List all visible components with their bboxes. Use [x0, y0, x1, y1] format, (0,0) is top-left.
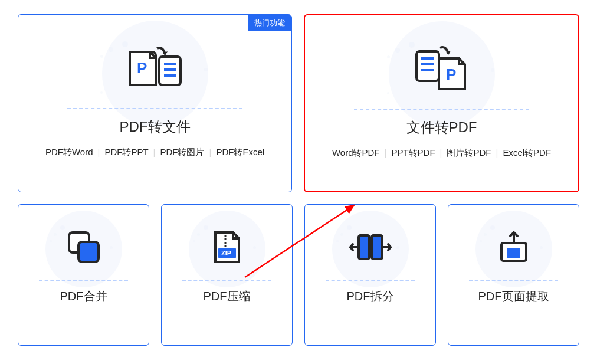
card-pdf-compress[interactable]: ZIP PDF压缩: [161, 204, 293, 346]
sub-link[interactable]: Word转PDF: [332, 147, 380, 159]
card-title: 文件转PDF: [406, 118, 477, 137]
sub-link[interactable]: PDF转Word: [45, 147, 93, 158]
card-title: PDF合并: [60, 288, 107, 304]
sub-link[interactable]: Excel转PDF: [503, 147, 551, 159]
card-title: PDF压缩: [204, 288, 251, 304]
svg-rect-19: [507, 248, 520, 258]
pdf-to-file-icon: P: [123, 32, 188, 103]
svg-text:ZIP: ZIP: [221, 250, 231, 257]
hot-badge: 热门功能: [248, 15, 291, 31]
merge-icon: [63, 218, 104, 277]
card-title: PDF拆分: [347, 288, 394, 304]
sub-link[interactable]: PDF转图片: [160, 147, 204, 158]
card-subs: PDF转Word| PDF转PPT| PDF转图片| PDF转Excel: [45, 147, 264, 158]
sub-link[interactable]: PDF转Excel: [216, 147, 264, 158]
divider: [182, 280, 271, 281]
card-pdf-to-file[interactable]: 热门功能 P PDF转文件 PDF转Word| PDF转PPT| PDF转图片|: [18, 14, 292, 192]
sub-link[interactable]: PDF转PPT: [104, 147, 148, 158]
card-pdf-merge[interactable]: PDF合并: [18, 204, 149, 346]
extract-icon: [493, 218, 534, 277]
svg-rect-12: [78, 242, 99, 262]
card-pdf-extract[interactable]: PDF页面提取: [448, 204, 579, 346]
svg-rect-6: [416, 51, 439, 81]
sub-link[interactable]: 图片转PDF: [447, 147, 491, 159]
compress-icon: ZIP: [206, 218, 248, 277]
card-subs: Word转PDF| PPT转PDF| 图片转PDF| Excel转PDF: [332, 147, 551, 159]
card-title: PDF转文件: [120, 117, 191, 136]
divider: [67, 108, 242, 109]
divider: [326, 280, 415, 281]
sub-link[interactable]: PPT转PDF: [391, 147, 435, 159]
split-icon: [347, 218, 394, 277]
divider: [469, 280, 558, 281]
card-pdf-split[interactable]: PDF拆分: [304, 204, 436, 346]
svg-rect-16: [359, 235, 369, 259]
file-to-pdf-icon: P: [409, 33, 474, 104]
divider: [354, 109, 529, 110]
card-file-to-pdf[interactable]: P 文件转PDF Word转PDF| PPT转PDF| 图片转PDF| Exce…: [304, 14, 579, 192]
card-title: PDF页面提取: [478, 288, 549, 304]
svg-text:P: P: [446, 65, 456, 83]
divider: [39, 280, 128, 281]
svg-text:P: P: [137, 59, 147, 77]
svg-rect-17: [372, 235, 382, 259]
